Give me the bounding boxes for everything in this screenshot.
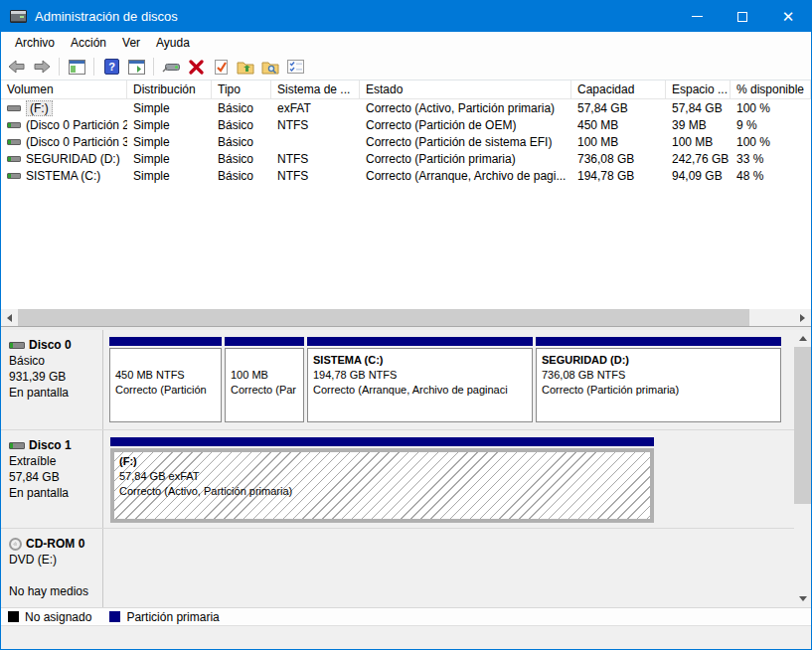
cell-disponible: 9 % bbox=[731, 116, 811, 133]
scroll-right-button[interactable] bbox=[794, 309, 811, 326]
partition-block-selected[interactable]: (F:) 57,84 GB exFAT Correcto (Activo, Pa… bbox=[110, 437, 654, 523]
column-estado[interactable]: Estado bbox=[360, 81, 571, 98]
volume-drive-icon bbox=[7, 156, 21, 162]
disk-name: CD-ROM 0 bbox=[26, 537, 84, 551]
toolbar-separator bbox=[153, 58, 154, 76]
table-row[interactable]: (F:) Simple Básico exFAT Correcto (Activ… bbox=[1, 99, 811, 116]
rescan-disks-button[interactable] bbox=[160, 56, 182, 78]
column-distribucion[interactable]: Distribución bbox=[127, 81, 212, 98]
disk-1-row: Disco 1 Extraíble 57,84 GB En pantalla (… bbox=[1, 430, 794, 529]
partition-block[interactable]: SEGURIDAD (D:) 736,08 GB NTFS Correcto (… bbox=[536, 337, 781, 422]
partition-block[interactable]: 450 MB NTFS Correcto (Partición bbox=[109, 337, 222, 422]
disk-name: Disco 1 bbox=[29, 438, 72, 452]
disk-type: Básico bbox=[9, 353, 102, 369]
vertical-scrollbar-thumb[interactable] bbox=[794, 347, 811, 504]
column-volumen[interactable]: Volumen bbox=[1, 81, 127, 98]
svg-text:?: ? bbox=[108, 61, 115, 73]
disk-size: 931,39 GB bbox=[9, 369, 102, 385]
menu-archivo[interactable]: Archivo bbox=[7, 34, 63, 52]
table-row[interactable]: (Disco 0 Partición 2) Simple Básico NTFS… bbox=[1, 116, 811, 133]
cell-capacidad: 57,84 GB bbox=[571, 99, 666, 116]
partition-color-bar bbox=[110, 437, 654, 446]
action-pane-icon bbox=[128, 60, 145, 75]
cell-distribucion: Simple bbox=[127, 133, 212, 150]
cell-tipo: Básico bbox=[212, 167, 271, 184]
partition-status: Correcto (Arranque, Archivo de paginaci bbox=[313, 383, 527, 398]
scroll-right-icon bbox=[800, 314, 805, 322]
minimize-button[interactable] bbox=[674, 1, 720, 32]
back-button[interactable] bbox=[6, 56, 28, 78]
unallocated-swatch bbox=[8, 611, 19, 622]
menu-accion[interactable]: Acción bbox=[63, 34, 114, 52]
help-button[interactable]: ? bbox=[100, 56, 122, 78]
cell-espacio: 39 MB bbox=[666, 116, 731, 133]
column-disponible[interactable]: % disponible bbox=[731, 81, 811, 98]
delete-x-icon bbox=[189, 60, 204, 75]
partition-title: SISTEMA (C:) bbox=[313, 353, 527, 368]
folder-up-icon bbox=[237, 60, 254, 75]
maximize-button[interactable] bbox=[720, 1, 765, 32]
minimize-icon bbox=[692, 16, 703, 17]
cdrom-drive-letter: DVD (E:) bbox=[9, 552, 102, 568]
partition-size: 57,84 GB exFAT bbox=[119, 469, 645, 484]
explore-button[interactable] bbox=[259, 56, 281, 78]
cell-capacidad: 450 MB bbox=[571, 116, 666, 133]
scroll-left-button[interactable] bbox=[1, 309, 18, 326]
disk-type: Extraíble bbox=[9, 453, 102, 469]
delete-button[interactable] bbox=[185, 56, 207, 78]
cell-disponible: 33 % bbox=[731, 150, 811, 167]
cdrom-0-row: CD-ROM 0 DVD (E:) No hay medios bbox=[1, 529, 794, 607]
primary-partition-swatch bbox=[109, 611, 120, 622]
maximize-icon bbox=[737, 12, 747, 22]
disk-status: En pantalla bbox=[9, 385, 102, 401]
open-button[interactable] bbox=[235, 56, 256, 78]
show-action-pane-button[interactable] bbox=[125, 56, 147, 78]
partition-title: (F:) bbox=[119, 454, 645, 469]
disk-0-header[interactable]: Disco 0 Básico 931,39 GB En pantalla bbox=[1, 330, 103, 429]
volume-name: SEGURIDAD (D:) bbox=[26, 152, 120, 166]
menu-bar: Archivo Acción Ver Ayuda bbox=[1, 32, 811, 54]
menu-ver[interactable]: Ver bbox=[114, 34, 148, 52]
disk-device-icon bbox=[162, 61, 181, 74]
checklist-icon bbox=[287, 60, 304, 74]
partition-size: 450 MB NTFS bbox=[115, 368, 216, 383]
status-bar bbox=[1, 625, 811, 649]
scroll-down-button[interactable] bbox=[794, 590, 811, 607]
partition-color-bar bbox=[225, 337, 304, 346]
close-icon: ✕ bbox=[782, 9, 795, 24]
properties-doc-icon bbox=[214, 59, 229, 76]
properties-button[interactable] bbox=[210, 56, 232, 78]
volume-drive-icon bbox=[7, 173, 21, 179]
show-console-tree-button[interactable] bbox=[66, 56, 87, 78]
cell-estado: Correcto (Partición de OEM) bbox=[360, 116, 571, 133]
cell-sistema bbox=[271, 133, 360, 150]
table-row[interactable]: SISTEMA (C:) Simple Básico NTFS Correcto… bbox=[1, 167, 811, 184]
cdrom-media-status: No hay medios bbox=[9, 583, 102, 599]
menu-ayuda[interactable]: Ayuda bbox=[148, 34, 198, 52]
table-row[interactable]: (Disco 0 Partición 3) Simple Básico Corr… bbox=[1, 133, 811, 150]
close-button[interactable]: ✕ bbox=[765, 1, 811, 32]
cdrom-0-header[interactable]: CD-ROM 0 DVD (E:) No hay medios bbox=[1, 529, 103, 607]
column-sistema[interactable]: Sistema de ... bbox=[271, 81, 360, 98]
horizontal-scrollbar[interactable] bbox=[1, 309, 811, 326]
column-capacidad[interactable]: Capacidad bbox=[571, 81, 666, 98]
volume-drive-icon bbox=[7, 105, 21, 111]
column-espacio[interactable]: Espacio ... bbox=[666, 81, 731, 98]
cell-espacio: 242,76 GB bbox=[666, 150, 731, 167]
column-tipo[interactable]: Tipo bbox=[212, 81, 271, 98]
checklist-button[interactable] bbox=[284, 56, 306, 78]
scroll-left-icon bbox=[7, 314, 12, 322]
scroll-up-button[interactable] bbox=[794, 330, 811, 347]
partition-block[interactable]: 100 MB Correcto (Par bbox=[225, 337, 304, 422]
horizontal-scrollbar-thumb[interactable] bbox=[18, 309, 749, 326]
title-bar: Administración de discos ✕ bbox=[1, 1, 811, 32]
partition-size: 736,08 GB NTFS bbox=[542, 368, 775, 383]
cell-sistema: exFAT bbox=[271, 99, 360, 116]
disk-1-header[interactable]: Disco 1 Extraíble 57,84 GB En pantalla bbox=[1, 430, 103, 528]
partition-block[interactable]: SISTEMA (C:) 194,78 GB NTFS Correcto (Ar… bbox=[307, 337, 533, 422]
cell-distribucion: Simple bbox=[127, 167, 212, 184]
table-row[interactable]: SEGURIDAD (D:) Simple Básico NTFS Correc… bbox=[1, 150, 811, 167]
forward-button[interactable] bbox=[31, 56, 53, 78]
disk-management-window: Administración de discos ✕ Archivo Acció… bbox=[0, 0, 812, 650]
vertical-scrollbar[interactable] bbox=[794, 330, 811, 607]
